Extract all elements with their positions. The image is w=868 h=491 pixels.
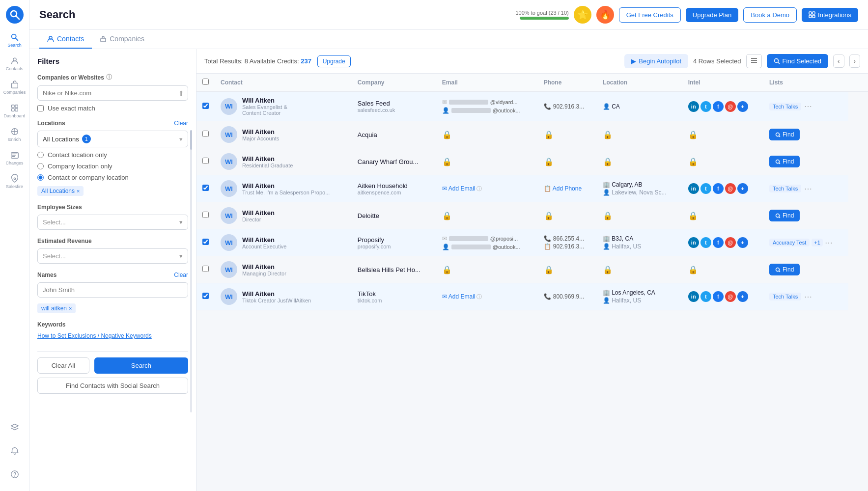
plus-icon[interactable]: + <box>737 101 748 112</box>
nav-help[interactable] <box>4 464 26 485</box>
row-checkbox[interactable] <box>202 266 209 272</box>
contact-info: Will Aitken Major Accounts <box>242 128 279 141</box>
svg-point-26 <box>776 133 779 136</box>
table-area: Total Results: 8 Available Credits: 237 … <box>196 49 868 491</box>
locations-dropdown[interactable]: All Locations 1 ▾ <box>37 131 188 147</box>
tab-companies[interactable]: Companies <box>92 30 152 49</box>
clear-all-button[interactable]: Clear All <box>37 357 89 374</box>
facebook-icon[interactable]: f <box>713 237 724 248</box>
facebook-icon[interactable]: f <box>713 183 724 194</box>
keywords-exclusions-link[interactable]: How to Set Exclusions / Negative Keyword… <box>37 332 152 339</box>
find-button[interactable]: Find <box>769 129 800 140</box>
phone-cell: 📞 800.969.9... <box>544 293 591 300</box>
add-email-link[interactable]: ✉ Add Email ⓘ <box>442 293 532 300</box>
facebook-icon[interactable]: f <box>713 291 724 302</box>
more-button[interactable]: ⋯ <box>804 292 812 301</box>
find-button[interactable]: Find <box>769 156 800 167</box>
row-checkbox[interactable] <box>202 185 209 191</box>
estimated-revenue-dropdown[interactable]: Select... ▾ <box>37 248 188 264</box>
next-page-button[interactable]: › <box>849 55 860 68</box>
tab-contacts[interactable]: Contacts <box>39 30 92 49</box>
email-icon[interactable]: @ <box>725 237 736 248</box>
more-button[interactable]: ⋯ <box>804 184 812 193</box>
row-checkbox[interactable] <box>202 293 209 299</box>
linkedin-icon[interactable]: in <box>688 291 699 302</box>
twitter-icon[interactable]: t <box>700 183 711 194</box>
locations-clear-link[interactable]: Clear <box>174 120 188 127</box>
location-cell: 🏢 Calgary, AB 👤 Lakeview, Nova Sc... <box>603 181 676 196</box>
social-search-button[interactable]: Find Contacts with Social Search <box>37 378 188 394</box>
company-location-radio[interactable] <box>37 163 44 169</box>
fire-icon-btn[interactable]: 🔥 <box>596 6 614 24</box>
contact-name: Will Aitken <box>242 155 293 163</box>
find-button[interactable]: Find <box>769 210 800 221</box>
linkedin-icon[interactable]: in <box>688 237 699 248</box>
contact-or-company-radio[interactable] <box>37 174 44 181</box>
row-checkbox[interactable] <box>202 239 209 245</box>
plus-icon[interactable]: + <box>737 183 748 194</box>
email-icon[interactable]: @ <box>725 291 736 302</box>
select-all-checkbox[interactable] <box>202 79 209 85</box>
add-email-link[interactable]: ✉ Add Email ⓘ <box>442 185 532 192</box>
companies-input[interactable] <box>37 85 188 101</box>
linkedin-icon[interactable]: in <box>688 183 699 194</box>
email-row-2: 👤 @outlook... <box>442 244 532 250</box>
email-icon[interactable]: @ <box>725 183 736 194</box>
more-button[interactable]: ⋯ <box>804 102 812 111</box>
email-domain-2: @outlook... <box>493 108 520 113</box>
col-intel: Intel <box>682 74 763 92</box>
names-clear-link[interactable]: Clear <box>174 272 188 278</box>
more-button[interactable]: ⋯ <box>825 238 833 247</box>
get-free-credits-button[interactable]: Get Free Credits <box>619 7 681 23</box>
row-checkbox[interactable] <box>202 158 209 164</box>
contact-or-company-label[interactable]: Contact or company location <box>48 174 129 181</box>
name-tag-remove[interactable]: × <box>69 305 72 311</box>
exact-match-checkbox[interactable] <box>37 105 44 111</box>
plus-icon[interactable]: + <box>737 237 748 248</box>
locations-filter-label: Locations Clear <box>37 120 188 127</box>
twitter-icon[interactable]: t <box>700 237 711 248</box>
employee-sizes-dropdown[interactable]: Select... ▾ <box>37 215 188 230</box>
info-icon: ⓘ <box>106 73 112 82</box>
nav-training[interactable] <box>4 416 26 438</box>
row-checkbox[interactable] <box>202 212 209 218</box>
row-checkbox[interactable] <box>202 103 209 109</box>
star-icon-btn[interactable]: ⭐ <box>574 6 591 24</box>
facebook-icon[interactable]: f <box>713 101 724 112</box>
twitter-icon[interactable]: t <box>700 101 711 112</box>
find-button[interactable]: Find <box>769 264 800 275</box>
integrations-button[interactable]: Integrations <box>802 8 858 22</box>
twitter-icon[interactable]: t <box>700 291 711 302</box>
list-view-button[interactable] <box>746 54 762 68</box>
contact-location-radio[interactable] <box>37 152 44 158</box>
row-checkbox[interactable] <box>202 131 209 137</box>
avatar: WI <box>221 98 237 115</box>
nav-search-label: Search <box>7 43 22 48</box>
location-tag-remove[interactable]: × <box>77 188 80 194</box>
nav-dashboard[interactable]: Dashboard <box>4 100 26 122</box>
plus-icon[interactable]: + <box>737 291 748 302</box>
company-cell: Canary Wharf Grou... <box>358 158 430 165</box>
find-selected-button[interactable]: Find Selected <box>767 54 829 68</box>
search-button[interactable]: Search <box>94 357 188 374</box>
book-demo-button[interactable]: Book a Demo <box>743 7 797 23</box>
linkedin-icon[interactable]: in <box>688 101 699 112</box>
nav-companies[interactable]: Companies <box>4 77 26 98</box>
exact-match-label[interactable]: Use exact match <box>48 105 95 112</box>
contact-location-label[interactable]: Contact location only <box>48 151 107 159</box>
prev-page-button[interactable]: ‹ <box>833 55 844 68</box>
nav-salesfire[interactable]: Salesfire <box>4 171 26 192</box>
names-input[interactable] <box>37 282 188 298</box>
upgrade-plan-button[interactable]: Upgrade Plan <box>686 8 739 22</box>
nav-enrich[interactable]: Enrich <box>4 124 26 145</box>
nav-alerts[interactable] <box>4 440 26 462</box>
email-icon[interactable]: @ <box>725 101 736 112</box>
name-tag-label: will aitken <box>41 305 67 312</box>
autopilot-button[interactable]: ▶ Begin Autopilot <box>624 54 688 68</box>
upgrade-button[interactable]: Upgrade <box>317 55 351 67</box>
nav-changes[interactable]: Changes <box>4 147 26 169</box>
nav-search[interactable]: Search <box>4 29 26 51</box>
nav-contacts[interactable]: Contacts <box>4 53 26 75</box>
add-phone-link[interactable]: 📋 Add Phone <box>544 185 591 192</box>
company-location-label[interactable]: Company location only <box>48 163 112 170</box>
